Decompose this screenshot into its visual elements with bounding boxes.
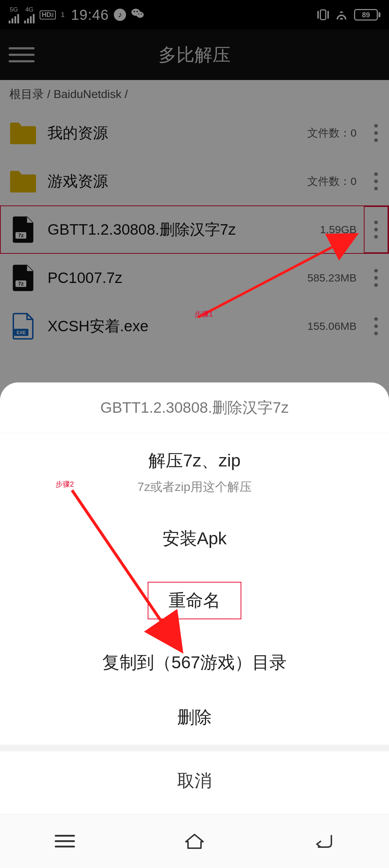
more-button[interactable]: [363, 302, 389, 350]
svg-text:EXE: EXE: [17, 330, 26, 335]
sheet-item-delete[interactable]: 删除: [0, 690, 389, 745]
app-header: 多比解压: [0, 30, 389, 80]
file-row-archive[interactable]: 7z PC1007.7z 585.23MB: [0, 254, 389, 302]
svg-point-1: [137, 12, 144, 18]
action-sheet: GBTT1.2.30808.删除汉字7z 解压7z、zip 7z或者zip用这个…: [0, 382, 389, 814]
svg-point-4: [138, 13, 139, 14]
file-name: 我的资源: [48, 123, 307, 143]
sheet-item-extract[interactable]: 解压7z、zip 7z或者zip用这个解压: [0, 433, 389, 511]
sheet-item-label: 安装Apk: [0, 527, 389, 550]
breadcrumb[interactable]: 根目录 / BaiduNetdisk /: [0, 80, 389, 109]
file-name: GBTT1.2.30808.删除汉字7z: [48, 220, 320, 240]
file-meta: 585.23MB: [307, 272, 357, 284]
signal-1: 5G: [9, 6, 19, 23]
svg-point-2: [134, 11, 135, 12]
folder-icon: [9, 120, 37, 146]
nav-back-button[interactable]: [303, 831, 346, 852]
clock: 19:46: [71, 7, 109, 23]
folder-icon: [9, 169, 37, 194]
file-meta: 1.59GB: [320, 223, 357, 236]
archive-7z-icon: 7z: [9, 265, 37, 291]
sheet-title: GBTT1.2.30808.删除汉字7z: [0, 398, 389, 433]
music-icon: ♪: [114, 9, 126, 21]
more-button[interactable]: [363, 157, 389, 205]
more-button[interactable]: [363, 205, 389, 254]
file-row-archive[interactable]: 7z GBTT1.2.30808.删除汉字7z 1.59GB: [0, 205, 389, 254]
wechat-icon: [131, 8, 144, 22]
nav-home-button[interactable]: [173, 831, 216, 852]
sheet-item-rename[interactable]: 重命名: [0, 566, 389, 635]
sheet-cancel[interactable]: 取消: [0, 751, 389, 814]
archive-7z-icon: 7z: [9, 217, 37, 242]
hd-badge: HD2: [40, 10, 56, 19]
sheet-item-label: 删除: [0, 706, 389, 729]
exe-icon: EXE: [9, 314, 37, 339]
status-bar: 5G 4G HD2 1 19:46 ♪ 89: [0, 0, 389, 30]
nav-recents-button[interactable]: [43, 831, 86, 852]
sheet-item-copy[interactable]: 复制到（567游戏）目录: [0, 635, 389, 690]
sheet-item-label: 解压7z、zip: [0, 449, 389, 472]
svg-point-3: [137, 11, 138, 12]
wifi-icon: [335, 10, 348, 19]
app-title: 多比解压: [0, 43, 389, 67]
file-row-exe[interactable]: EXE XCSH安着.exe 155.06MB: [0, 302, 389, 350]
file-name: XCSH安着.exe: [48, 316, 307, 336]
file-row-folder[interactable]: 游戏资源 文件数：0: [0, 157, 389, 205]
sheet-item-sub: 7z或者zip用这个解压: [0, 479, 389, 495]
file-row-folder[interactable]: 我的资源 文件数：0: [0, 109, 389, 157]
file-name: PC1007.7z: [48, 269, 307, 287]
sheet-item-label: 复制到（567游戏）目录: [0, 651, 389, 674]
file-list: 我的资源 文件数：0 游戏资源 文件数：0 7z GBTT1.2.30808.删…: [0, 109, 389, 350]
svg-point-5: [141, 13, 142, 14]
more-button[interactable]: [363, 109, 389, 157]
file-name: 游戏资源: [48, 171, 307, 191]
battery-indicator: 89: [354, 9, 380, 21]
more-button[interactable]: [363, 254, 389, 302]
file-meta: 文件数：0: [307, 174, 357, 189]
sim-slot: 1: [61, 11, 64, 19]
sheet-item-label: 重命名: [169, 591, 220, 610]
system-nav-bar: [0, 814, 389, 868]
signal-2: 4G: [24, 6, 35, 23]
svg-text:7z: 7z: [18, 232, 24, 238]
file-meta: 155.06MB: [307, 320, 357, 332]
sheet-divider: [0, 745, 389, 751]
vibrate-icon: [317, 9, 329, 20]
svg-text:7z: 7z: [18, 281, 24, 287]
sheet-item-install-apk[interactable]: 安装Apk: [0, 511, 389, 566]
file-meta: 文件数：0: [307, 126, 357, 141]
